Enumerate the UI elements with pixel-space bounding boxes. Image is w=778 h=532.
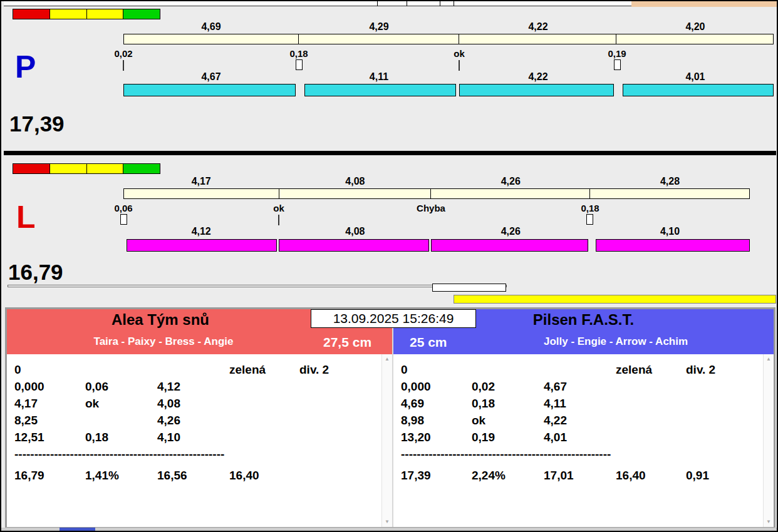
result-row: 0,0000,024,67: [401, 380, 774, 397]
top-strip-tick: [454, 1, 454, 6]
cell: [686, 431, 774, 448]
right-team-lineup: Jolly - Engie - Arrow - Achim: [459, 335, 772, 348]
marker-tick-line: [278, 215, 279, 225]
cell: div. 2: [686, 363, 774, 380]
top-strip-tick: [440, 1, 440, 6]
race-progress-bar: [454, 295, 776, 304]
result-row: 8,254,26: [14, 414, 392, 431]
marker-label: 0,18: [570, 203, 610, 213]
cell: [544, 363, 616, 380]
clean-time: 4,08: [279, 226, 431, 237]
cell: div. 2: [299, 363, 392, 380]
bar-slot: [123, 239, 279, 252]
clean-time: 4,12: [123, 226, 279, 237]
cell: 2,24%: [472, 469, 544, 486]
cell: 16,56: [157, 469, 229, 486]
cell: 17,39: [401, 469, 472, 486]
split-bar-segment: [431, 189, 589, 198]
right-team-results-area[interactable]: 0zelenádiv. 2 0,0000,024,67 4,690,184,11…: [393, 354, 774, 527]
cell: [299, 431, 392, 448]
cell: 4,11: [544, 397, 616, 414]
left-team-name: Alea Tým snů: [7, 311, 314, 329]
split-times-row-left-lane: 4,17 4,08 4,26 4,28: [123, 176, 750, 187]
marker-tick-box: [120, 214, 127, 225]
lane-divider: [4, 151, 776, 155]
cell: 0,91: [686, 469, 774, 486]
top-window-strip: [4, 1, 631, 6]
split-time: 4,26: [431, 176, 590, 187]
bar-slot: [279, 239, 431, 252]
cell: 8,98: [401, 414, 472, 431]
bottom-taskbar-sliver: [1, 528, 777, 531]
cell: ok: [85, 397, 157, 414]
split-bar-segment: [616, 34, 773, 44]
split-bar-segment: [590, 189, 749, 198]
split-times-row-right-lane: 4,69 4,29 4,22 4,20: [123, 21, 774, 33]
cell: 4,08: [157, 397, 229, 414]
split-time: 4,17: [123, 176, 279, 187]
marker-tick-box: [614, 59, 621, 70]
taskbar-item[interactable]: [60, 528, 95, 531]
result-summary-row: 17,392,24%17,0116,400,91: [401, 469, 774, 486]
clean-time: 4,11: [299, 71, 459, 83]
scroll-up-icon[interactable]: ▲: [764, 354, 774, 364]
bar-slot: [459, 84, 617, 96]
cell: [616, 431, 686, 448]
cell: [472, 363, 544, 380]
traffic-light-right-lane: [13, 9, 160, 19]
marker-label: 0,19: [597, 48, 637, 59]
cell: [686, 397, 774, 414]
dog-time-bars-right-lane: [123, 84, 774, 96]
marker-label: 0,06: [103, 203, 143, 213]
scroll-down-icon[interactable]: ▼: [382, 517, 392, 527]
cell: [229, 380, 299, 397]
cell: 8,25: [14, 414, 85, 431]
bar-slot: [431, 239, 590, 252]
marker-tick-box: [296, 59, 303, 70]
cell: 4,10: [157, 431, 229, 448]
cell: 17,01: [544, 469, 616, 486]
dog-time-bar: [123, 84, 296, 96]
traffic-light-green-cell: [123, 9, 160, 19]
scroll-down-icon[interactable]: ▼: [764, 517, 774, 527]
cell: [616, 380, 686, 397]
left-team-results-area[interactable]: 0zelenádiv. 2 0,0000,064,12 4,17ok4,08 8…: [7, 354, 392, 527]
dog-time-bar: [279, 239, 429, 252]
dog-time-bars-left-lane: [123, 239, 750, 252]
traffic-light-red-cell: [13, 163, 50, 174]
traffic-light-yellow-cell: [86, 163, 124, 174]
cell: ok: [472, 414, 544, 431]
bar-slot: [590, 239, 750, 252]
scrollbar[interactable]: ▲ ▼: [381, 354, 392, 527]
race-progress-box: [432, 284, 506, 292]
scrollbar[interactable]: ▲ ▼: [763, 354, 774, 527]
cell: 4,17: [14, 397, 85, 414]
dog-time-bar: [304, 84, 456, 96]
split-bar-segment: [124, 34, 299, 44]
marker-label: 0,02: [103, 48, 143, 59]
cell: 0,06: [85, 380, 157, 397]
lane-letter-right: P: [15, 53, 36, 81]
traffic-light-green-cell: [123, 163, 160, 174]
clean-time: 4,26: [431, 226, 590, 237]
cell: [299, 380, 392, 397]
bar-slot: [299, 84, 459, 96]
cell: 4,01: [544, 431, 616, 448]
cell: [686, 414, 774, 431]
result-row: 4,17ok4,08: [14, 397, 392, 414]
bar-slot: [617, 84, 774, 96]
cell: 0: [14, 363, 85, 380]
traffic-light-left-lane: [13, 163, 160, 174]
scroll-up-icon[interactable]: ▲: [382, 354, 392, 364]
marker-label: 0,18: [279, 48, 319, 59]
split-time: 4,08: [279, 176, 431, 187]
lane-letter-left: L: [16, 203, 36, 232]
dog-time-bar: [623, 84, 774, 96]
cell: 0,18: [85, 431, 157, 448]
marker-label: Chyba: [411, 203, 451, 213]
split-time: 4,22: [459, 21, 617, 33]
cell: [157, 363, 229, 380]
cell: [616, 397, 686, 414]
right-team-jump-height: 25 cm: [410, 335, 447, 350]
cell: 13,20: [401, 431, 472, 448]
